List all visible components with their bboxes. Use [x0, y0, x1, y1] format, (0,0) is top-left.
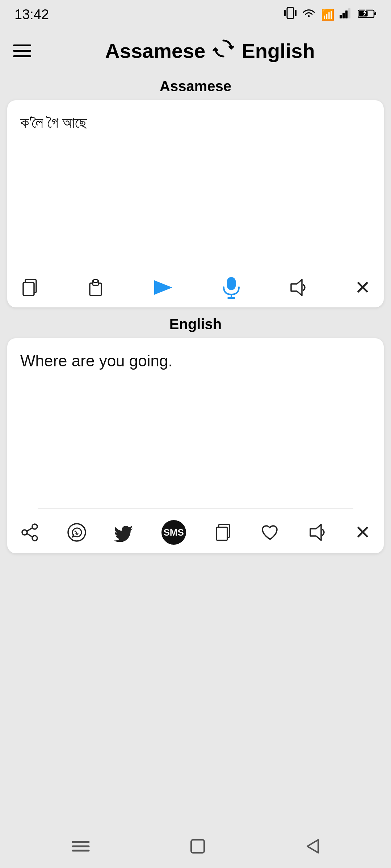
svg-marker-28	[310, 524, 321, 540]
mic-button[interactable]	[222, 276, 241, 299]
sms-button[interactable]: SMS	[161, 520, 186, 545]
source-language-label[interactable]: Assamese	[105, 39, 205, 63]
svg-rect-8	[359, 11, 368, 16]
svg-point-21	[32, 536, 37, 541]
twitter-button[interactable]	[114, 523, 134, 542]
copy-output-button[interactable]	[214, 523, 232, 542]
language-selector: Assamese English	[42, 38, 378, 64]
signal-icon	[340, 8, 353, 21]
target-translated-text: Where are you going.	[20, 349, 371, 508]
svg-rect-16	[227, 277, 236, 290]
home-nav-button[interactable]	[71, 838, 90, 858]
status-bar: 13:42 📶	[0, 0, 391, 29]
sms-label: SMS	[161, 520, 186, 545]
battery-icon	[358, 8, 377, 21]
svg-marker-33	[307, 840, 318, 853]
target-toolbar: SMS ✕	[20, 514, 371, 545]
vibrate-icon	[284, 6, 297, 23]
speak-output-button[interactable]	[307, 523, 327, 542]
copy-source-button[interactable]	[20, 278, 39, 297]
svg-marker-19	[291, 280, 302, 295]
clear-output-button[interactable]: ✕	[355, 522, 371, 543]
svg-rect-4	[342, 13, 345, 18]
target-output-card: Where are you going.	[7, 338, 384, 553]
target-lang-section-label: English	[0, 310, 391, 335]
target-language-label[interactable]: English	[241, 39, 315, 63]
source-lang-section-label: Assamese	[0, 72, 391, 97]
whatsapp-button[interactable]	[67, 523, 87, 542]
call-icon: 📶	[321, 8, 335, 21]
source-text-input[interactable]: ক'লৈ গৈ আছে	[20, 111, 371, 263]
back-nav-button[interactable]	[305, 838, 320, 858]
status-icons: 📶	[284, 6, 377, 23]
svg-rect-11	[23, 282, 34, 295]
svg-point-20	[32, 524, 37, 529]
svg-rect-9	[374, 12, 376, 15]
source-toolbar: ✕	[20, 271, 371, 299]
wifi-icon	[302, 8, 316, 21]
svg-rect-32	[191, 840, 204, 853]
swap-languages-button[interactable]	[213, 38, 234, 64]
bottom-navigation	[0, 828, 391, 868]
svg-rect-6	[348, 8, 350, 18]
menu-button[interactable]	[13, 44, 31, 57]
svg-rect-14	[93, 280, 98, 282]
svg-rect-3	[340, 15, 342, 18]
svg-line-23	[27, 528, 33, 531]
favorite-button[interactable]	[260, 523, 280, 541]
paste-button[interactable]	[86, 278, 105, 297]
square-nav-button[interactable]	[190, 838, 206, 858]
source-input-card: ক'লৈ গৈ আছে	[7, 100, 384, 307]
svg-rect-27	[216, 527, 227, 540]
svg-rect-5	[345, 10, 348, 18]
translate-button[interactable]	[152, 278, 175, 297]
svg-line-24	[27, 533, 33, 537]
speak-source-button[interactable]	[288, 278, 308, 297]
share-button[interactable]	[20, 523, 39, 542]
svg-marker-15	[154, 280, 172, 295]
clear-source-button[interactable]: ✕	[355, 277, 371, 298]
svg-rect-2	[295, 10, 297, 16]
header: Assamese English	[0, 29, 391, 72]
status-time: 13:42	[14, 7, 49, 22]
svg-rect-1	[284, 10, 286, 16]
svg-rect-0	[287, 8, 294, 18]
svg-point-22	[22, 530, 27, 535]
